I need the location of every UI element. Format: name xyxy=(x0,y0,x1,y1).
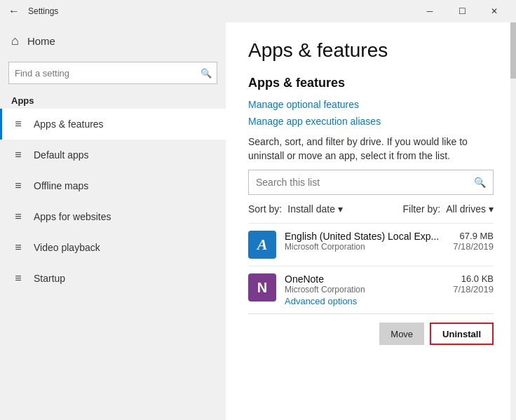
scrollbar-track xyxy=(510,22,516,420)
default-apps-icon: ≡ xyxy=(11,149,25,161)
sort-by-value: Install date xyxy=(287,203,335,215)
title-bar-title: Settings xyxy=(22,6,414,16)
app-name-english: English (United States) Local Exp... xyxy=(285,231,444,242)
sidebar-item-apps-features[interactable]: ≡ Apps & features xyxy=(0,109,226,140)
sidebar-section-title: Apps xyxy=(0,90,226,109)
app-publisher-english: Microsoft Corporation xyxy=(285,242,444,252)
description-text: Search, sort, and filter by drive. If yo… xyxy=(248,135,494,163)
advanced-options-link[interactable]: Advanced options xyxy=(285,296,444,306)
sidebar-item-video-playback-label: Video playback xyxy=(34,242,100,253)
offline-maps-icon: ≡ xyxy=(11,179,25,192)
app-date-onenote: 7/18/2019 xyxy=(453,284,494,294)
sidebar-home-label: Home xyxy=(27,35,55,47)
back-button[interactable]: ← xyxy=(6,3,22,20)
list-item[interactable]: N OneNote Microsoft Corporation Advanced… xyxy=(248,266,494,313)
filter-by-label: Filter by: xyxy=(403,203,441,215)
close-button[interactable]: ✕ xyxy=(478,0,510,22)
sidebar-item-video-playback[interactable]: ≡ Video playback xyxy=(0,232,226,263)
find-setting-input[interactable] xyxy=(8,62,217,84)
app-size-onenote: 16.0 KB xyxy=(453,273,494,284)
uninstall-button[interactable]: Uninstall xyxy=(430,323,494,345)
sidebar-item-apps-websites-label: Apps for websites xyxy=(34,211,111,222)
sort-by-label: Sort by: xyxy=(248,203,282,215)
section-title: Apps & features xyxy=(248,76,494,90)
sidebar-item-offline-maps[interactable]: ≡ Offline maps xyxy=(0,170,226,201)
app-date-english: 7/18/2019 xyxy=(453,241,494,252)
window-controls: ─ ☐ ✕ xyxy=(414,0,510,22)
maximize-button[interactable]: ☐ xyxy=(446,0,478,22)
sidebar-item-startup[interactable]: ≡ Startup xyxy=(0,263,226,294)
app-name-onenote: OneNote xyxy=(285,273,444,285)
app-info-english: English (United States) Local Exp... Mic… xyxy=(285,231,444,252)
sort-by-dropdown[interactable]: Install date ▾ xyxy=(287,203,343,215)
sidebar-search: 🔍 xyxy=(8,62,217,84)
app-search-box: 🔍 xyxy=(248,170,494,195)
apps-websites-icon: ≡ xyxy=(11,210,25,223)
manage-app-execution-aliases-link[interactable]: Manage app execution aliases xyxy=(248,116,494,127)
search-icon: 🔍 xyxy=(201,68,212,79)
sidebar-home-item[interactable]: ⌂ Home xyxy=(0,22,226,59)
action-row: Move Uninstall xyxy=(248,313,494,348)
startup-icon: ≡ xyxy=(11,272,25,285)
home-icon: ⌂ xyxy=(11,34,19,48)
app-icon-onenote: N xyxy=(248,273,276,302)
filter-by-chevron-icon: ▾ xyxy=(489,203,494,215)
filter-by-value: All drives xyxy=(446,203,486,215)
app-info-onenote: OneNote Microsoft Corporation Advanced o… xyxy=(285,273,444,306)
sidebar-item-apps-features-label: Apps & features xyxy=(34,118,104,130)
scrollbar-thumb[interactable] xyxy=(510,22,516,79)
list-item[interactable]: A English (United States) Local Exp... M… xyxy=(248,223,494,266)
sort-by-chevron-icon: ▾ xyxy=(338,203,343,215)
app-meta-english: 67.9 MB 7/18/2019 xyxy=(453,231,494,252)
app-meta-onenote: 16.0 KB 7/18/2019 xyxy=(453,273,494,294)
apps-features-icon: ≡ xyxy=(11,118,25,130)
panel: Apps & features Apps & features Manage o… xyxy=(226,22,516,420)
sidebar-item-default-apps[interactable]: ≡ Default apps xyxy=(0,140,226,170)
sidebar-item-default-apps-label: Default apps xyxy=(34,149,89,161)
manage-optional-features-link[interactable]: Manage optional features xyxy=(248,99,494,110)
minimize-button[interactable]: ─ xyxy=(414,0,446,22)
sidebar-item-offline-maps-label: Offline maps xyxy=(34,180,88,191)
sidebar-item-apps-websites[interactable]: ≡ Apps for websites xyxy=(0,201,226,232)
search-apps-icon: 🔍 xyxy=(467,177,493,188)
filter-by-dropdown[interactable]: All drives ▾ xyxy=(446,203,494,215)
page-title: Apps & features xyxy=(248,39,494,62)
main-content: ⌂ Home 🔍 Apps ≡ Apps & features ≡ Defaul… xyxy=(0,22,516,420)
sidebar: ⌂ Home 🔍 Apps ≡ Apps & features ≡ Defaul… xyxy=(0,22,226,420)
search-apps-input[interactable] xyxy=(249,177,467,188)
sidebar-item-startup-label: Startup xyxy=(34,273,65,284)
sort-filter-row: Sort by: Install date ▾ Filter by: All d… xyxy=(248,203,494,215)
app-icon-english: A xyxy=(248,231,276,259)
app-size-english: 67.9 MB xyxy=(453,231,494,241)
title-bar: ← Settings ─ ☐ ✕ xyxy=(0,0,516,22)
move-button[interactable]: Move xyxy=(379,323,424,345)
app-publisher-onenote: Microsoft Corporation xyxy=(285,285,444,294)
video-playback-icon: ≡ xyxy=(11,241,25,254)
